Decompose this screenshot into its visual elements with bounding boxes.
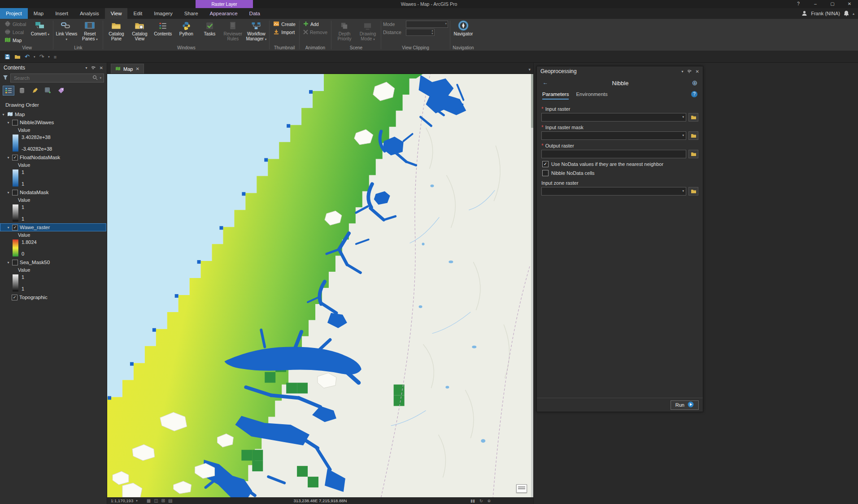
list-by-editing-icon[interactable] xyxy=(30,86,40,95)
reviewer-rules-button[interactable]: Reviewer Rules xyxy=(222,20,244,44)
depth-priority-button[interactable]: Depth Priority xyxy=(333,20,356,44)
output-raster-textbox[interactable] xyxy=(541,150,686,158)
convert-button[interactable]: Convert ▾ xyxy=(29,20,51,44)
tab-parameters[interactable]: Parameters xyxy=(542,89,569,100)
undo-dropdown-icon[interactable]: ▾ xyxy=(34,55,35,59)
contents-close-icon[interactable]: ✕ xyxy=(100,65,103,70)
contents-pin-icon[interactable] xyxy=(91,65,96,71)
ribbon-tab-view[interactable]: View xyxy=(105,8,128,19)
expander-icon[interactable]: ▾ xyxy=(6,156,10,160)
layer-row-wawe-raster[interactable]: ▾✓Wawe_raster xyxy=(0,223,106,231)
layer-row-map[interactable]: ▾Map xyxy=(0,110,107,118)
layer-checkbox[interactable] xyxy=(12,260,18,265)
list-by-labeling-icon[interactable] xyxy=(56,86,66,95)
pause-drawing-icon[interactable]: ▮▮ xyxy=(470,499,475,503)
output-raster-browse-button[interactable] xyxy=(688,150,698,158)
geoprocessing-close-icon[interactable]: ✕ xyxy=(696,69,699,74)
geoprocessing-pin-icon[interactable] xyxy=(687,69,692,74)
remove-animation-button[interactable]: Remove xyxy=(301,28,329,36)
tab-environments[interactable]: Environments xyxy=(576,89,607,100)
back-arrow-icon[interactable]: ← xyxy=(541,78,550,87)
maximize-icon[interactable]: ▢ xyxy=(824,0,841,8)
catalog-view-button[interactable]: Catalog View xyxy=(128,20,151,44)
layer-checkbox[interactable]: ✓ xyxy=(12,155,18,161)
layer-row-nibble3wawes[interactable]: ▾Nibble3Wawes xyxy=(0,118,107,126)
spatial-reference-icon[interactable]: ⊕ xyxy=(487,499,491,503)
catalog-pane-button[interactable]: Catalog Pane xyxy=(105,20,127,44)
expander-icon[interactable]: ▾ xyxy=(1,113,5,117)
ribbon-tab-edit[interactable]: Edit xyxy=(127,8,148,19)
create-thumbnail-button[interactable]: Create xyxy=(271,20,297,28)
expander-icon[interactable]: ▾ xyxy=(6,121,10,125)
layer-row-floatnodatamask[interactable]: ▾✓FloatNodataMask xyxy=(0,153,107,161)
input-raster-browse-button[interactable] xyxy=(688,113,698,122)
layer-checkbox[interactable] xyxy=(12,190,18,196)
clipping-distance-input[interactable]: ▲▼ xyxy=(406,29,435,36)
python-button[interactable]: Python xyxy=(175,20,197,44)
save-project-icon[interactable] xyxy=(4,54,10,60)
nibble-nodata-checkbox[interactable] xyxy=(542,170,549,176)
ribbon-tab-map[interactable]: Map xyxy=(28,8,49,19)
help-icon[interactable]: ? xyxy=(790,0,807,8)
tab-list-icon[interactable]: ▾ xyxy=(528,67,531,72)
clipping-mode-combo[interactable]: ▾ xyxy=(406,21,448,28)
qat-customize-icon[interactable]: ≡ xyxy=(54,54,57,60)
input-zone-raster-combo[interactable]: ▾ xyxy=(541,187,686,196)
redo-dropdown-icon[interactable]: ▾ xyxy=(48,55,50,59)
search-input[interactable] xyxy=(13,75,91,81)
input-zone-raster-browse-button[interactable] xyxy=(688,187,698,196)
ribbon-tab-data[interactable]: Data xyxy=(244,8,266,19)
workflow-manager-button[interactable]: Workflow Manager ▾ xyxy=(245,20,267,44)
tasks-button[interactable]: Tasks xyxy=(198,20,221,44)
contents-button[interactable]: Contents xyxy=(152,20,174,44)
add-to-project-icon[interactable]: ⊕ xyxy=(691,79,699,87)
map-view-button[interactable]: Map xyxy=(3,36,28,44)
ribbon-tab-appearance[interactable]: Appearance xyxy=(204,8,244,19)
geoprocessing-menu-icon[interactable]: ▾ xyxy=(682,70,684,74)
list-by-snapping-icon[interactable] xyxy=(43,86,53,95)
refresh-icon[interactable]: ↻ xyxy=(479,499,483,503)
map-overflow-icon[interactable] xyxy=(516,484,527,493)
map-canvas[interactable] xyxy=(107,74,533,497)
layer-checkbox[interactable] xyxy=(12,120,18,126)
input-raster-mask-combo[interactable]: ▾ xyxy=(541,131,686,140)
notifications-bell-icon[interactable] xyxy=(844,10,849,17)
contents-search-box[interactable]: ▾ xyxy=(10,74,104,83)
input-raster-mask-browse-button[interactable] xyxy=(688,131,698,140)
minimize-icon[interactable]: – xyxy=(807,0,824,8)
layer-checkbox[interactable]: ✓ xyxy=(12,295,17,300)
layer-row-topographic[interactable]: ✓Topographic xyxy=(0,293,107,301)
map-view-tab[interactable]: Map ✕ xyxy=(111,64,144,74)
use-nodata-checkbox-row[interactable]: ✓ Use NoData values if they are the near… xyxy=(542,161,698,167)
link-views-button[interactable]: Link Views ▾ xyxy=(55,20,78,44)
contents-menu-icon[interactable]: ▾ xyxy=(86,66,87,70)
close-icon[interactable]: ✕ xyxy=(841,0,858,8)
ribbon-tab-insert[interactable]: Insert xyxy=(49,8,74,19)
navigator-button[interactable]: Navigator xyxy=(452,20,475,44)
local-button[interactable]: Local xyxy=(3,28,28,36)
ribbon-tab-imagery[interactable]: Imagery xyxy=(148,8,179,19)
filter-icon[interactable] xyxy=(3,75,8,81)
list-by-data-source-icon[interactable] xyxy=(17,86,27,95)
layer-row-nodatamask[interactable]: ▾NodataMask xyxy=(0,188,107,196)
user-chip[interactable]: Frank (NINA) ▴ xyxy=(801,8,854,19)
ribbon-tab-share[interactable]: Share xyxy=(179,8,204,19)
ribbon-tab-analysis[interactable]: Analysis xyxy=(74,8,105,19)
reset-panes-button[interactable]: Reset Panes ▾ xyxy=(78,20,101,44)
layer-row-sea-mask50[interactable]: ▾Sea_Mask50 xyxy=(0,258,107,266)
run-button[interactable]: Run xyxy=(671,400,699,410)
nibble-nodata-checkbox-row[interactable]: Nibble NoData cells xyxy=(542,170,698,176)
ribbon-collapse-icon[interactable]: ▴ xyxy=(853,12,854,16)
use-nodata-checkbox[interactable]: ✓ xyxy=(542,161,549,167)
global-button[interactable]: Global xyxy=(3,20,28,28)
search-options-icon[interactable]: ▾ xyxy=(100,76,101,80)
import-thumbnail-button[interactable]: Import xyxy=(271,28,297,36)
add-animation-button[interactable]: Add xyxy=(301,20,329,28)
tool-help-icon[interactable]: ? xyxy=(691,91,697,97)
input-raster-combo[interactable]: ▾ xyxy=(541,113,686,122)
undo-icon[interactable]: ↶ xyxy=(25,53,30,60)
expander-icon[interactable]: ▾ xyxy=(6,226,10,230)
list-by-drawing-order-icon[interactable] xyxy=(3,86,14,96)
redo-icon[interactable]: ↷ xyxy=(39,53,44,60)
expander-icon[interactable]: ▾ xyxy=(6,191,10,195)
